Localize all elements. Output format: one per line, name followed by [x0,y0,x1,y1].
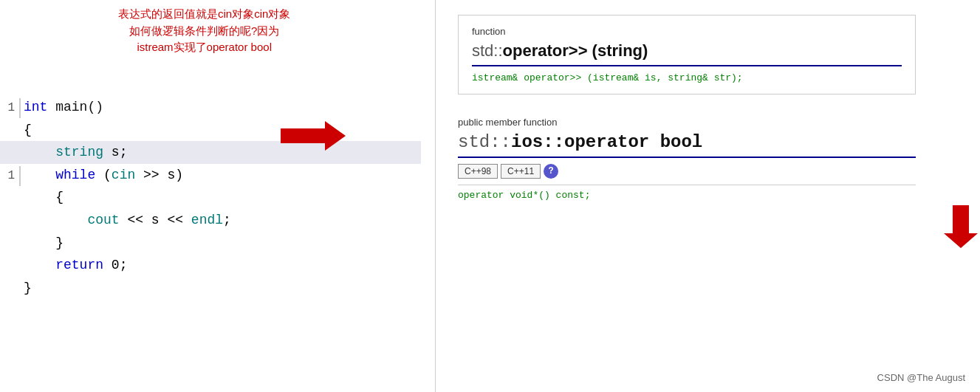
doc-signature-bottom: operator void*() const; [458,185,916,201]
code-line-1: 1 int main() [0,96,421,119]
page-container: 表达式的返回值就是cin对象cin对象 如何做逻辑条件判断的呢?因为 istre… [0,0,980,392]
doc-bottom-box: public member function std::ios::operato… [458,117,916,201]
code-line-3: string s; [0,141,421,164]
annotation-line3: istream实现了operator bool [118,39,290,56]
code-line-8: return 0; [0,254,421,277]
arrow-down [944,205,978,253]
doc-title-bottom: std::ios::operator bool [458,132,916,158]
member-label: public member function [458,117,916,128]
kw-cout: cout [87,213,119,227]
function-label: function [472,26,902,37]
version-badges: C++98 C++11 ? [458,164,916,179]
title-name: operator>> (string) [503,41,648,60]
annotation-text: 表达式的返回值就是cin对象cin对象 如何做逻辑条件判断的呢?因为 istre… [118,6,290,56]
doc-title-top: std::operator>> (string) [472,41,902,66]
help-badge[interactable]: ? [544,164,558,179]
code-line-9: } [0,277,421,300]
code-line-5: { [0,186,421,209]
title2-name: ios::operator bool [511,132,702,152]
right-panel: function std::operator>> (string) istrea… [436,0,980,392]
line-content-5: { [24,186,421,209]
kw-cin: cin [112,168,135,182]
left-panel: 表达式的返回值就是cin对象cin对象 如何做逻辑条件判断的呢?因为 istre… [0,0,436,392]
kw-return: return [55,258,103,272]
line-content-2: { [24,119,421,142]
title-prefix: std:: [472,41,503,60]
code-line-7: } [0,232,421,255]
annotation-line1: 表达式的返回值就是cin对象cin对象 [118,6,290,23]
line-content-3: string s; [24,141,421,164]
line-content-8: return 0; [24,254,421,277]
kw-endl: endl [191,213,223,227]
annotation-line2: 如何做逻辑条件判断的呢?因为 [118,23,290,40]
kw-while: while [55,168,95,182]
code-line-6: cout << s << endl; [0,209,421,232]
kw-int: int [24,100,47,114]
svg-marker-0 [281,121,346,151]
gutter-4: 1 [0,166,21,186]
kw-string: string [55,145,103,159]
line-content-6: cout << s << endl; [24,209,421,232]
arrow-right [281,120,347,156]
svg-marker-1 [944,205,978,248]
code-block: 1 int main() { string s; 1 while (cin >>… [0,96,421,299]
line-content-1: int main() [24,96,421,119]
doc-top-box: function std::operator>> (string) istrea… [458,15,916,94]
gutter-1: 1 [0,98,21,118]
watermark: CSDN @The August [877,372,965,383]
doc-signature-top: istream& operator>> (istream& is, string… [472,72,902,83]
badge-cpp98[interactable]: C++98 [458,164,498,179]
code-line-2: { [0,119,421,142]
line-content-7: } [24,232,421,255]
badge-cpp11[interactable]: C++11 [501,164,541,179]
code-line-4: 1 while (cin >> s) [0,164,421,187]
title2-prefix: std:: [458,132,511,152]
line-content-4: while (cin >> s) [24,164,421,187]
fn-main: main [55,100,87,114]
line-content-9: } [24,277,421,300]
